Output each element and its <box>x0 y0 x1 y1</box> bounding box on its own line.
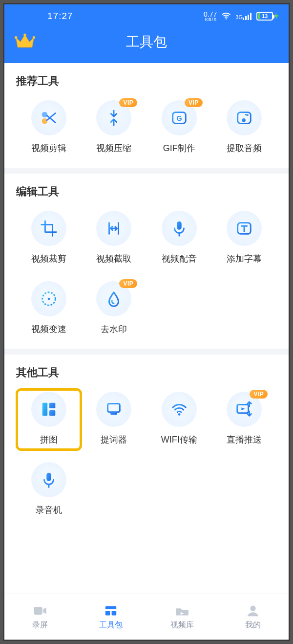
svg-rect-22 <box>108 404 120 412</box>
svg-rect-4 <box>250 13 251 20</box>
tool-gif[interactable]: GVIPGIF制作 <box>146 97 212 159</box>
svg-point-0 <box>226 18 227 20</box>
nav-profile[interactable]: 我的 <box>218 594 289 640</box>
tool-label: 视频压缩 <box>96 142 131 154</box>
text-icon <box>227 211 262 246</box>
tool-label: 录音机 <box>36 504 62 516</box>
section: 编辑工具视频裁剪视频截取视频配音添加字幕视频变速VIP去水印 <box>4 174 289 349</box>
section-title: 编辑工具 <box>16 184 277 199</box>
nav-library[interactable]: 视频库 <box>146 594 218 640</box>
library-icon <box>174 603 190 618</box>
nav-toolbox[interactable]: 工具包 <box>76 594 147 640</box>
vip-badge: VIP <box>119 98 137 107</box>
svg-point-8 <box>42 112 47 117</box>
nav-label: 录屏 <box>32 620 48 630</box>
mic-icon <box>162 211 197 246</box>
svg-point-9 <box>42 118 47 124</box>
tool-label: 提词器 <box>101 434 127 445</box>
collage-icon <box>31 392 66 427</box>
svg-point-25 <box>178 413 180 416</box>
nav-label: 视频库 <box>170 620 194 630</box>
tool-prompt[interactable]: 提词器 <box>82 389 147 450</box>
tool-label: 添加字幕 <box>227 253 262 265</box>
tool-wifi[interactable]: WIFI传输 <box>146 389 212 450</box>
signal-icon: 3G <box>235 12 252 20</box>
recorder-icon <box>31 462 66 497</box>
svg-rect-21 <box>49 410 55 416</box>
svg-rect-31 <box>112 611 117 616</box>
page-title: 工具包 <box>14 33 279 51</box>
speed-icon <box>31 281 66 316</box>
tool-label: 拼图 <box>40 434 58 445</box>
svg-rect-20 <box>49 403 55 408</box>
profile-icon <box>245 603 261 618</box>
section-title: 推荐工具 <box>16 74 277 89</box>
tool-speed[interactable]: 视频变速 <box>16 278 82 340</box>
nav-label: 工具包 <box>99 620 123 630</box>
tool-music[interactable]: 提取音频 <box>212 97 277 159</box>
svg-rect-29 <box>105 606 116 609</box>
vip-badge: VIP <box>119 279 137 288</box>
tool-cut[interactable]: 视频剪辑 <box>16 97 82 159</box>
gif-icon: GVIP <box>162 100 197 135</box>
section: 其他工具拼图提词器WIFI传输VIP直播推送录音机 <box>4 355 289 530</box>
svg-rect-28 <box>34 607 42 615</box>
wifi-icon <box>221 11 231 22</box>
trim-icon <box>96 211 131 246</box>
tool-label: 提取音频 <box>227 142 262 154</box>
app-header: 17:27 0.77 KB/S 3G <box>4 4 289 63</box>
camera-icon <box>32 603 48 618</box>
music-icon <box>227 100 262 135</box>
tool-drop[interactable]: VIP去水印 <box>82 278 147 340</box>
svg-rect-19 <box>42 403 47 416</box>
tool-label: 视频配音 <box>162 253 197 265</box>
tool-mic[interactable]: 视频配音 <box>146 208 212 269</box>
battery-icon: 13 <box>256 12 279 21</box>
tool-label: 视频剪辑 <box>31 142 66 154</box>
svg-rect-2 <box>245 16 247 20</box>
svg-text:G: G <box>176 114 182 122</box>
tool-label: WIFI传输 <box>161 434 197 445</box>
nav-camera[interactable]: 录屏 <box>4 594 76 640</box>
cut-icon <box>31 100 66 135</box>
drop-icon: VIP <box>96 281 131 316</box>
tool-label: GIF制作 <box>163 142 195 154</box>
tool-stream[interactable]: VIP直播推送 <box>212 389 277 450</box>
vip-badge: VIP <box>185 98 203 107</box>
tool-label: 去水印 <box>101 323 127 335</box>
section-title: 其他工具 <box>16 365 277 380</box>
stream-icon: VIP <box>227 392 262 427</box>
toolbox-icon <box>103 603 119 618</box>
network-speed: 0.77 KB/S <box>204 11 217 22</box>
prompt-icon <box>96 392 131 427</box>
tool-collage[interactable]: 拼图 <box>16 389 82 450</box>
content-area: 推荐工具视频剪辑VIP视频压缩GVIPGIF制作提取音频编辑工具视频裁剪视频截取… <box>4 63 289 640</box>
svg-rect-15 <box>177 222 182 230</box>
crop-icon <box>31 211 66 246</box>
tool-label: 视频变速 <box>31 323 66 335</box>
svg-rect-1 <box>243 18 244 20</box>
tool-label: 直播推送 <box>227 434 262 445</box>
tool-text[interactable]: 添加字幕 <box>212 208 277 269</box>
section: 推荐工具视频剪辑VIP视频压缩GVIPGIF制作提取音频 <box>4 63 289 168</box>
tool-recorder[interactable]: 录音机 <box>16 459 82 521</box>
status-bar: 17:27 0.77 KB/S 3G <box>4 7 289 25</box>
svg-rect-27 <box>46 473 51 481</box>
svg-point-32 <box>251 606 256 611</box>
svg-point-18 <box>47 298 50 300</box>
tool-label: 视频裁剪 <box>31 253 66 265</box>
svg-point-14 <box>242 118 246 122</box>
svg-rect-30 <box>105 611 110 616</box>
status-time: 17:27 <box>47 11 73 22</box>
tool-trim[interactable]: 视频截取 <box>82 208 147 269</box>
bottom-nav: 录屏工具包视频库我的 <box>4 594 289 640</box>
vip-badge: VIP <box>250 390 268 399</box>
tool-label: 视频截取 <box>96 253 131 265</box>
tool-compress[interactable]: VIP视频压缩 <box>82 97 147 159</box>
svg-rect-3 <box>248 15 249 20</box>
wifi-icon <box>162 392 197 427</box>
tool-crop[interactable]: 视频裁剪 <box>16 208 82 269</box>
nav-label: 我的 <box>245 620 261 630</box>
compress-icon: VIP <box>96 100 131 135</box>
